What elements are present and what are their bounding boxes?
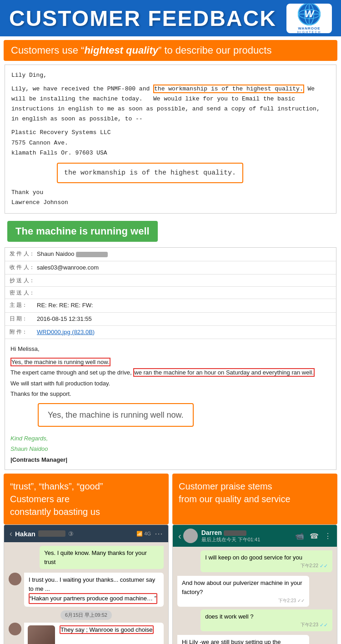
email2-from-label: 发 件 人： bbox=[10, 249, 37, 259]
chat-right-msg-3-time: 下午2:23 ✓✓ bbox=[205, 621, 328, 629]
email2-attach-label: 附 件： bbox=[10, 327, 37, 337]
logo-brand: WANROOE bbox=[298, 26, 320, 30]
email-1-highlight: the workmanship is of the highest qualit… bbox=[153, 85, 304, 93]
email-1-body: Lily, we have received the PNMF-800 and … bbox=[11, 84, 330, 124]
chat-left-more-icon[interactable]: ⋯ bbox=[155, 529, 163, 539]
chat-left-badge: ③ bbox=[68, 530, 74, 537]
chat-right-name: Darren bbox=[201, 529, 295, 536]
chat-left-topbar-left: ‹ Hakan ③ bbox=[10, 529, 74, 539]
chat-left-name-blurred bbox=[38, 530, 65, 537]
chat-right-msg-2: And how about our pulverizer machine in … bbox=[177, 576, 309, 607]
email2-subject-label: 主 题： bbox=[10, 300, 37, 310]
email2-to-value: sales03@wanrooe.com bbox=[37, 263, 99, 273]
machine-banner-text: The machine is running well bbox=[15, 225, 150, 237]
chat-right-msg-3: does it work well ? 下午2:23 ✓✓ bbox=[201, 609, 332, 631]
chat-left-msg-3-text: They say ; Wanrooe is good choise bbox=[60, 625, 154, 644]
logo-sub: HIGHTECH bbox=[297, 30, 321, 33]
email2-date-label: 日 期： bbox=[10, 314, 37, 324]
chat-right-msg-1-wrapper: I will keep on do good service for you 下… bbox=[177, 550, 332, 572]
email2-highlight-1: Yes, the machine is running well now. bbox=[10, 358, 110, 366]
back-icon[interactable]: ‹ bbox=[10, 529, 12, 539]
email2-row-subject: 主 题： RE: Re: RE: RE: FW: bbox=[5, 299, 336, 312]
email2-body: Hi Melissa, Yes, the machine is running … bbox=[5, 339, 336, 470]
chat-right-msg-4: Hi Lily -we are still busy setting up th… bbox=[177, 635, 309, 644]
chat-left-msg-3: They say ; Wanrooe is good choise bbox=[24, 623, 164, 644]
chat-left-actions: 📶 4G ⋯ bbox=[136, 529, 163, 539]
two-col-section: “trust”, “thanks”, “good” Customers are … bbox=[4, 474, 337, 524]
quality-banner: Customers use “hightest quality” to desc… bbox=[4, 40, 337, 61]
email2-row-date: 日 期： 2016-08-15 12:31:55 bbox=[5, 313, 336, 326]
chat-section: ‹ Hakan ③ 📶 4G ⋯ Yes. I quite know. Many… bbox=[4, 524, 337, 644]
email-1-address: Plastic Recovery Systems LLC 7575 Cannon… bbox=[11, 128, 330, 158]
machine-banner: The machine is running well bbox=[7, 221, 158, 242]
quality-banner-text: Customers use “hightest quality” to desc… bbox=[11, 45, 271, 56]
email2-cc-label: 抄 送 人： bbox=[10, 276, 37, 285]
chat-right-last-seen: 最后上线在今天 下午01:41 bbox=[201, 536, 295, 543]
email2-attach-value: WRD000.jpg (823.0B) bbox=[37, 327, 95, 337]
right-praise-banner: Customer praise stems from our quality a… bbox=[172, 474, 337, 524]
chat-right: ‹ Darren 最后上线在今天 下午01:41 📹 ☎ ⋮ I will ke… bbox=[172, 524, 337, 644]
chat-left-highlight-2: They say ; Wanrooe is good choise bbox=[60, 625, 154, 634]
call-icon[interactable]: ☎ bbox=[310, 532, 319, 540]
email2-highlight-2: we ran the machine for an hour on Saturd… bbox=[133, 368, 315, 377]
chat-right-msg-2-time: 下午2:23 ✓✓ bbox=[182, 597, 305, 604]
chat-right-back-icon[interactable]: ‹ bbox=[178, 531, 181, 541]
email2-row-attach: 附 件： WRD000.jpg (823.0B) bbox=[5, 326, 336, 339]
email2-tooltip: Yes, the machine is running well now. bbox=[38, 403, 194, 427]
chat-left: ‹ Hakan ③ 📶 4G ⋯ Yes. I quite know. Many… bbox=[4, 524, 169, 644]
page-title: CUSTOMER FEEDBACK bbox=[9, 6, 276, 31]
svg-text:W: W bbox=[305, 8, 315, 20]
page-header: CUSTOMER FEEDBACK W WANROOE HIGHTECH bbox=[0, 0, 341, 36]
machine-banner-wrapper: The machine is running well bbox=[4, 217, 337, 245]
chat-right-icons: 📹 ☎ ⋮ bbox=[295, 532, 331, 540]
left-praise-text: “trust”, “thanks”, “good” Customers are … bbox=[10, 480, 162, 518]
chat-left-date-divider: 6月15日 早上09:52 bbox=[60, 610, 112, 620]
email2-subject-value: RE: Re: RE: RE: FW: bbox=[37, 300, 93, 310]
chat-left-name: Hakan bbox=[15, 530, 35, 538]
email2-row-cc: 抄 送 人： bbox=[5, 275, 336, 287]
email2-to-label: 收 件 人： bbox=[10, 263, 37, 273]
chat-left-msg-1: Yes. I quite know. Many thanks for your … bbox=[40, 546, 164, 569]
chat-right-avatar bbox=[183, 529, 198, 543]
chat-right-msg-2-wrapper: And how about our pulverizer machine in … bbox=[177, 576, 332, 607]
video-call-icon[interactable]: 📹 bbox=[295, 532, 304, 540]
email-1-tooltip: the workmanship is of the highest qualit… bbox=[57, 163, 243, 184]
email2-row-bcc: 密 送 人： bbox=[5, 287, 336, 299]
chat-right-msg-3-wrapper: does it work well ? 下午2:23 ✓✓ bbox=[177, 609, 332, 631]
chat-left-status: 📶 4G bbox=[136, 531, 151, 537]
email-2: 发 件 人： Shaun Naidoo 收 件 人： sales03@wanro… bbox=[5, 247, 336, 470]
chat-left-msg-2: I trust you.. I waiting your thanks... c… bbox=[24, 573, 164, 607]
email-1: Lily Ding, Lily, we have received the PN… bbox=[5, 65, 336, 214]
chat-left-msg-2-wrapper: I trust you.. I waiting your thanks... c… bbox=[9, 573, 164, 607]
right-praise-text: Customer praise stems from our quality a… bbox=[179, 480, 331, 505]
email-1-to: Lily Ding, bbox=[11, 70, 330, 80]
chat-left-topbar: ‹ Hakan ③ 📶 4G ⋯ bbox=[4, 525, 168, 542]
more-icon[interactable]: ⋮ bbox=[324, 532, 331, 540]
email2-row-to: 收 件 人： sales03@wanrooe.com bbox=[5, 261, 336, 275]
chat-left-messages: Yes. I quite know. Many thanks for your … bbox=[4, 542, 168, 644]
email2-from-value: Shaun Naidoo bbox=[37, 249, 108, 259]
chat-right-msg-1-time: 下午2:22 ✓✓ bbox=[205, 562, 328, 570]
chat-left-avatar-1 bbox=[9, 573, 21, 585]
chat-right-topbar: ‹ Darren 最后上线在今天 下午01:41 📹 ☎ ⋮ bbox=[173, 525, 337, 547]
chat-right-msg-1: I will keep on do good service for you 下… bbox=[201, 550, 332, 572]
chat-left-avatar-2 bbox=[9, 623, 21, 635]
left-praise-banner: “trust”, “thanks”, “good” Customers are … bbox=[4, 474, 169, 524]
email2-row-from: 发 件 人： Shaun Naidoo bbox=[5, 248, 336, 261]
company-logo: W WANROOE HIGHTECH bbox=[286, 4, 332, 33]
chat-left-msg-3-wrapper: They say ; Wanrooe is good choise bbox=[9, 623, 164, 644]
chat-left-highlight: “Hakan your partners produce good machin… bbox=[29, 593, 157, 604]
email2-content: Yes, the machine is running well now. Th… bbox=[10, 357, 331, 399]
email2-bcc-label: 密 送 人： bbox=[10, 288, 37, 297]
chat-right-messages: I will keep on do good service for you 下… bbox=[173, 547, 337, 644]
chat-right-msg-4-wrapper: Hi Lily -we are still busy setting up th… bbox=[177, 635, 332, 644]
chat-left-msg-2-content: I trust you.. I waiting your thanks... c… bbox=[24, 573, 164, 607]
chat-left-msg-3-content: They say ; Wanrooe is good choise bbox=[24, 623, 164, 644]
email2-signature: Kind Regards,Shaun Naidoo |Contracts Man… bbox=[10, 433, 331, 465]
chat-left-image bbox=[28, 625, 55, 644]
email2-date-value: 2016-08-15 12:31:55 bbox=[37, 314, 92, 324]
email2-greeting: Hi Melissa, bbox=[10, 344, 331, 354]
chat-right-info: Darren 最后上线在今天 下午01:41 bbox=[201, 529, 295, 543]
email-1-closing: Thank youLawrence Johnson bbox=[11, 188, 330, 208]
